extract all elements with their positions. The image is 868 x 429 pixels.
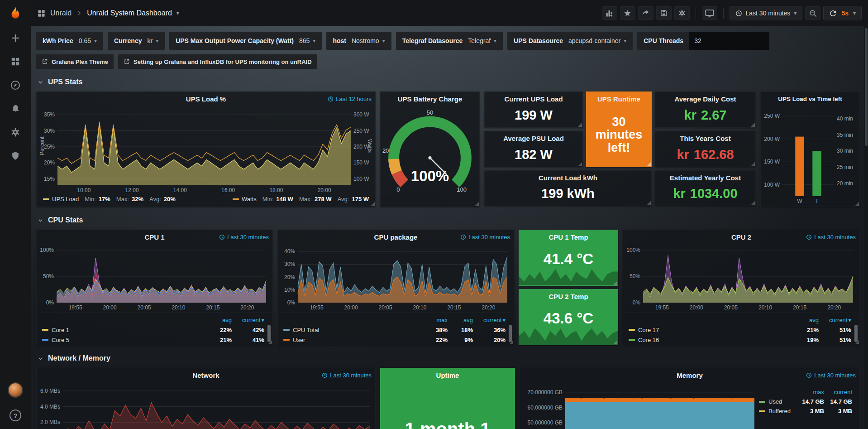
panel-title[interactable]: Current UPS Load [504,95,563,103]
panel-title[interactable]: UPS Load vs Time left [778,96,842,102]
panel-time-range[interactable]: Last 30 minutes [219,234,269,241]
legend-item[interactable]: Core 17 [629,327,791,333]
legend-item[interactable]: Core 5 [42,337,204,343]
legend-col-current[interactable]: current [232,317,264,323]
divider [696,8,696,19]
sidebar-item-explore[interactable] [0,73,31,97]
grafana-logo[interactable] [0,0,31,26]
sidebar-item-help[interactable]: ? [0,402,31,429]
panel-title[interactable]: This Years Cost [680,135,730,142]
panel-title[interactable]: Current Load kWh [539,174,597,182]
panel-time-range[interactable]: Last 30 minutes [806,234,856,241]
legend-scrollbar[interactable] [854,325,858,342]
dashboard-link-grafana-plex-theme[interactable]: Grafana Plex Theme [36,54,114,69]
series-color-swatch [629,339,635,341]
dashboard-icon[interactable] [37,9,46,18]
panel-title[interactable]: UPS Load % [186,95,226,103]
cpu1-chart[interactable]: 0%50%100%19:5520:0020:0520:1020:1520:20 [37,244,272,312]
legend-scrollbar[interactable] [509,325,512,342]
sidebar-item-create[interactable] [0,26,31,50]
zoom-out-time-button[interactable] [805,6,820,20]
panel-title[interactable]: Memory [677,371,703,379]
panel-time-range[interactable]: Last 30 minutes [806,372,856,379]
share-dashboard-button[interactable] [638,6,653,20]
network-chart[interactable]: 2.0 MBs4.0 MBs6.0 MBs [37,382,375,429]
panel-time-range[interactable]: Last 30 minutes [322,372,372,379]
legend-item[interactable]: Core 16 [629,337,791,343]
refresh-icon[interactable] [829,10,837,17]
panel-title[interactable]: Estimated Yearly Cost [670,174,741,182]
panel-time-range[interactable]: Last 30 minutes [460,234,510,241]
dashboard-link-ups-monitoring-guide[interactable]: Setting up Grafana and InfluxDB for UPS … [118,54,317,69]
section-ups-stats[interactable]: UPS Stats [37,75,863,89]
legend-col-current[interactable]: current [824,389,852,395]
panel-title[interactable]: CPU 1 [144,233,164,241]
panel-title[interactable]: UPS Runtime [597,95,640,103]
sidebar-item-dashboards[interactable] [0,50,31,73]
legend-col-current[interactable]: current [473,317,506,323]
variable-value-dropdown[interactable]: 0.65▾ [79,37,97,44]
legend-item[interactable]: CPU Total [283,327,421,333]
legend-item[interactable]: User [283,337,421,343]
dashboard-settings-button[interactable] [674,6,690,20]
panel-estimated-yearly-cost: Estimated Yearly Cost kr1034.00 [655,170,756,206]
legend-col-max[interactable]: max [421,317,448,323]
refresh-interval-label[interactable]: 5s [841,10,849,17]
sidebar-item-server-admin[interactable] [0,144,31,168]
cpu-package-chart[interactable]: 0%10%20%30%40%19:5520:0020:0520:1020:152… [278,244,514,312]
breadcrumb-folder[interactable]: Unraid [50,9,72,17]
memory-chart[interactable]: 50.000000 GB60.000000 GB70.000000 GB [520,382,759,429]
ups-load-chart[interactable]: 15%20%25%30%35%100 W150 W200 W250 W300 W… [37,106,375,194]
panel-average-psu-load: Average PSU Load 182 W [484,131,583,167]
dashboard-title[interactable]: Unraid System Dashboard [87,9,172,17]
section-cpu-stats[interactable]: CPU Stats [37,213,863,227]
variable-value-dropdown[interactable]: apcupsd-container▾ [568,37,626,44]
time-range-picker[interactable]: Last 30 minutes ▾ [730,6,803,20]
panel-title[interactable]: CPU 2 [731,233,751,241]
legend-item[interactable]: Used [759,398,796,405]
cycle-view-mode-button[interactable] [702,6,717,20]
page-scrollbar[interactable] [864,26,868,429]
variable-value-dropdown[interactable]: Nostromo▾ [352,37,385,44]
cpu-threads-input[interactable] [689,32,769,50]
panel-title[interactable]: CPU 2 Temp [548,293,588,300]
legend-col-avg[interactable]: avg [791,317,819,323]
panel-uptime: Uptime 1 month 1 [380,368,515,429]
legend-col-max[interactable]: max [796,389,824,395]
svg-text:40%: 40% [284,248,295,255]
panel-title[interactable]: Average PSU Load [503,135,564,142]
gear-icon [677,9,687,18]
caret-down-icon: ▾ [313,38,315,44]
star-dashboard-button[interactable] [620,6,635,20]
cpu2-chart[interactable]: 0%50%100%19:5520:0020:0520:1020:1520:20 [623,244,859,312]
legend-scrollbar[interactable] [267,325,271,342]
sidebar-item-alerting[interactable] [0,97,31,121]
variable-value-dropdown[interactable]: Telegraf▾ [468,37,496,44]
panel-title[interactable]: CPU package [374,233,418,241]
panel-title[interactable]: Average Daily Cost [674,95,736,103]
panel-title[interactable]: CPU 1 Temp [548,233,588,241]
sidebar-item-configuration[interactable] [0,121,31,144]
legend-item-watts[interactable]: Watts Min:148 W Max:278 W Avg:175 W [233,196,369,202]
panel-title[interactable]: Network [192,371,219,379]
caret-down-icon[interactable]: ▾ [176,10,179,16]
sidebar-item-profile[interactable] [0,378,31,402]
variable-value-dropdown[interactable]: 865▾ [299,37,315,44]
panel-time-range[interactable]: Last 12 hours [328,96,372,102]
legend-col-current[interactable]: current [819,317,851,323]
variable-value-dropdown[interactable]: kr▾ [147,37,158,44]
legend-item[interactable]: Core 1 [42,327,204,333]
legend-col-avg[interactable]: avg [204,317,232,323]
save-dashboard-button[interactable] [656,6,672,20]
legend-value: 42% [232,327,264,333]
caret-down-icon: ▾ [94,38,97,44]
section-network-memory[interactable]: Network / Memory [37,352,863,365]
legend-item[interactable]: Buffered [759,408,796,415]
panel-title[interactable]: Uptime [436,371,459,379]
scrollbar-thumb[interactable] [865,28,868,146]
add-panel-button[interactable] [602,6,617,20]
panel-title[interactable]: UPS Battery Charge [398,95,463,103]
legend-item-ups-load[interactable]: UPS Load Min:17% Max:32% Avg:20% [43,196,176,202]
caret-down-icon[interactable]: ▾ [853,10,856,16]
legend-col-avg[interactable]: avg [448,317,473,323]
